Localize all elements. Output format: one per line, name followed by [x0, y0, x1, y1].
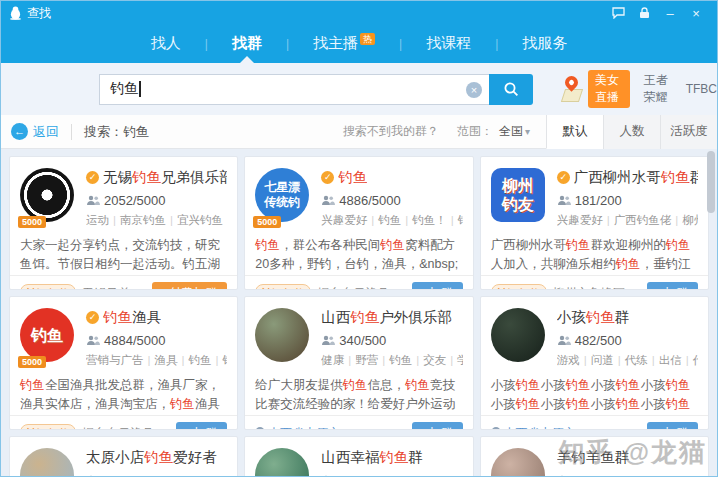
nearby-map-icon[interactable] [559, 76, 574, 102]
window-title: 查找 [27, 5, 51, 22]
group-name: 小孩钓鱼群 [557, 308, 630, 327]
search-button[interactable] [489, 74, 533, 105]
tag: 交友 [423, 354, 446, 366]
promo-link-tfbc[interactable]: TFBC [686, 82, 717, 96]
group-tags: 运动|南京钓鱼|宜兴钓鱼|常州... [86, 213, 227, 228]
avatar-text: 钓友 [502, 195, 534, 214]
avatar-image [491, 308, 545, 362]
filter-bar: ← 返回 搜索：钓鱼 搜索不到我的群？ 范围： 全国 ▾ 默认 人数 活跃度 [1, 115, 717, 149]
lock-icon[interactable] [631, 4, 657, 22]
group-title-row: 山西幸福钓鱼群 [321, 448, 462, 467]
scrollbar[interactable] [707, 151, 715, 477]
sort-tab-activity[interactable]: 活跃度 [660, 115, 717, 149]
group-title-row: 羊钓羊鱼群 [557, 448, 698, 467]
group-location-link[interactable]: 山西省太原市 [491, 425, 576, 430]
promo-link-kings[interactable]: 王者荣耀 [644, 72, 672, 106]
group-name: 太原小店钓鱼爱好者 [86, 448, 217, 467]
sort-tab-members[interactable]: 人数 [603, 115, 660, 149]
tag: 野营 [355, 354, 378, 366]
members-icon [86, 475, 100, 477]
tag: 营销与广告 [86, 354, 144, 366]
group-card[interactable]: 七星漂传统钓5000✓钓鱼4886/5000兴趣爱好|钓鱼|钓鱼！|钓鱼@|..… [244, 156, 473, 290]
tab-find-groups[interactable]: 找群 [222, 25, 272, 63]
certified-org-name: 柳州市鱼峰区山水兄弟渔具店 [553, 285, 647, 290]
search-input[interactable]: 钓鱼 × [99, 74, 489, 105]
back-button[interactable]: ← 返回 [11, 123, 59, 141]
member-count: 340/500 [339, 333, 386, 348]
join-group-button[interactable]: +加群 [647, 422, 698, 430]
group-description: 小孩钓鱼小孩钓鱼小孩钓鱼小孩钓鱼小孩钓鱼小孩钓鱼小孩钓鱼小孩钓鱼小孩钓鱼小孩钓.… [481, 368, 708, 415]
tab-find-people[interactable]: 找人 [141, 25, 191, 63]
paid-join-button[interactable]: +付费加群 [152, 282, 227, 290]
group-title-row: ✓钓鱼渔具 [86, 308, 227, 327]
tag: 游戏 [557, 354, 580, 366]
capacity-badge: 5000 [253, 216, 281, 228]
tag: 代练 [625, 354, 648, 366]
location-pin-icon [491, 427, 501, 430]
scrollbar-thumb[interactable] [707, 151, 715, 213]
tag: 宜兴钓鱼 [177, 214, 223, 226]
join-group-button[interactable]: +加群 [176, 422, 227, 430]
group-card[interactable]: 5000✓无锡钓鱼兄弟俱乐部2052/5000运动|南京钓鱼|宜兴钓鱼|常州..… [9, 156, 238, 290]
group-card[interactable]: 山西幸福钓鱼群134/200 [244, 436, 473, 477]
certified-org-badge: 认证机构 [20, 284, 76, 290]
minimize-button[interactable]: – [657, 4, 683, 22]
member-count-row: 1990/2000 [557, 473, 698, 477]
join-group-button[interactable]: +加群 [412, 282, 463, 290]
capacity-badge: 5000 [18, 216, 46, 228]
group-name: 山西钓鱼户外俱乐部 [321, 308, 452, 327]
feedback-icon[interactable] [605, 4, 631, 22]
avatar-image [491, 448, 545, 477]
certified-org-name: 烟台东元渔具有限公司 [82, 425, 176, 430]
member-count: 1990/2000 [575, 473, 636, 477]
tag-separator: | [675, 214, 678, 226]
scope-label: 范围： [457, 123, 493, 140]
group-location-link[interactable]: 山西省太原市 [255, 425, 340, 430]
tag-separator: | [216, 354, 219, 366]
close-button[interactable]: × [683, 4, 709, 22]
member-count-row: 2052/5000 [86, 193, 227, 208]
live-stream-badge[interactable]: 美女直播 [588, 70, 630, 108]
cant-find-group-link[interactable]: 搜索不到我的群？ [343, 123, 439, 140]
certified-org-badge: 认证机构 [255, 284, 311, 290]
tab-find-streamers[interactable]: 找主播热 [303, 25, 385, 63]
group-avatar [491, 308, 547, 368]
group-card[interactable]: 钓鱼5000✓钓鱼渔具4884/5000营销与广告|渔具|钓鱼|钓鱼！钓鱼全国渔… [9, 296, 238, 430]
tag-separator: | [348, 354, 351, 366]
group-card[interactable]: 山西钓鱼户外俱乐部340/500健康|野营|钓鱼|交友|学习|...给广大朋友提… [244, 296, 473, 430]
tag: 问道 [591, 354, 614, 366]
member-count-row: 283/500 [86, 473, 227, 477]
clear-search-icon[interactable]: × [466, 82, 482, 98]
tag-separator: | [607, 214, 610, 226]
group-card[interactable]: 太原小店钓鱼爱好者283/500 [9, 436, 238, 477]
members-icon [557, 195, 571, 206]
back-arrow-icon: ← [11, 123, 28, 140]
tag: 钓鱼 [378, 214, 401, 226]
member-count: 4886/5000 [339, 193, 400, 208]
join-group-button[interactable]: +加群 [647, 282, 698, 290]
card-main: 太原小店钓鱼爱好者283/500 [10, 437, 237, 477]
group-card[interactable]: 柳州钓友✓广西柳州水哥钓鱼群181/200兴趣爱好|广西钓鱼佬|柳州钓鱼...广… [480, 156, 709, 290]
group-avatar: 七星漂传统钓5000 [255, 168, 311, 228]
scope-select[interactable]: 全国 [499, 123, 523, 140]
join-group-button[interactable]: +加群 [412, 422, 463, 430]
card-footer: 认证机构无锡兄弟钓鱼俱乐部有...+付费加群 [10, 275, 237, 290]
find-window: 查找 – × 找人 | 找群 | 找主播热 | 找课程 | 找服务 钓鱼 × [0, 0, 718, 477]
tag-separator: | [450, 354, 453, 366]
member-count: 181/200 [575, 193, 622, 208]
group-avatar: 5000 [20, 168, 76, 228]
avatar-image: 七星漂传统钓 [255, 168, 309, 222]
card-main: 小孩钓鱼群482/500游戏|问道|代练|出信|代练1|... [481, 297, 708, 368]
member-count: 134/200 [339, 473, 386, 477]
group-title-row: ✓钓鱼 [321, 168, 462, 187]
results-area: 5000✓无锡钓鱼兄弟俱乐部2052/5000运动|南京钓鱼|宜兴钓鱼|常州..… [1, 149, 717, 477]
tab-find-services[interactable]: 找服务 [512, 25, 577, 63]
sort-tab-default[interactable]: 默认 [546, 115, 603, 149]
tag-separator: | [618, 354, 621, 366]
group-avatar [20, 448, 76, 477]
group-card[interactable]: 小孩钓鱼群482/500游戏|问道|代练|出信|代练1|...小孩钓鱼小孩钓鱼小… [480, 296, 709, 430]
group-card[interactable]: 羊钓羊鱼群1990/2000 [480, 436, 709, 477]
tab-find-courses[interactable]: 找课程 [416, 25, 481, 63]
tag-separator: | [148, 354, 151, 366]
chevron-down-icon[interactable]: ▾ [525, 126, 530, 137]
